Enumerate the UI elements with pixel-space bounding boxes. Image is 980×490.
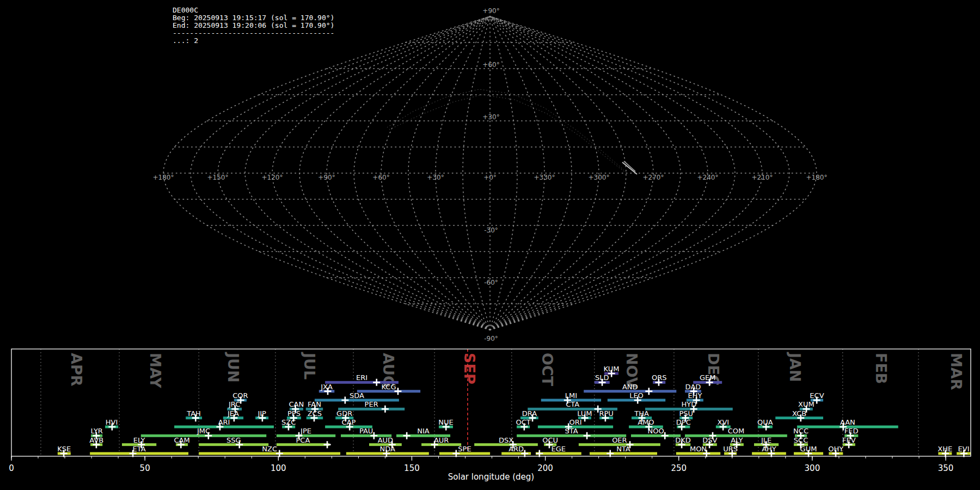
shower-code-label: CAP	[342, 418, 356, 426]
shower-code-label: GDR	[336, 409, 352, 418]
sky-longitude-label: +240°	[697, 174, 719, 181]
shower-code-label: MON	[690, 445, 707, 453]
shower-peak-marker	[645, 388, 652, 395]
shower-code-label: COM	[728, 427, 745, 435]
x-axis-tick-label: 200	[537, 463, 553, 473]
x-axis-tick-label: 100	[271, 463, 286, 473]
fov-band-curve	[387, 89, 626, 172]
sky-longitude-label: +270°	[643, 174, 664, 181]
sky-longitude-label: +60°	[372, 174, 389, 181]
shower-code-label: OER	[612, 436, 627, 444]
sky-latitude-label: +90°	[482, 7, 499, 15]
station-info: DE000C Beg: 20250913 19:15:17 (sol = 170…	[173, 7, 334, 45]
shower-code-label: URS	[723, 445, 738, 453]
sky-latitude-label: -30°	[484, 226, 498, 234]
shower-code-label: ELY	[133, 436, 145, 444]
month-label: MAY	[147, 353, 164, 388]
sky-latitude-label: +30°	[482, 113, 499, 121]
shower-peak-marker	[373, 379, 380, 386]
shower-code-label: PCA	[296, 436, 310, 444]
separator-line: --------------------------------------	[173, 29, 334, 37]
shower-code-label: SPE	[458, 445, 471, 453]
fov-band-curve	[389, 95, 626, 173]
shower-code-label: EGE	[552, 445, 566, 453]
sky-latitude-label: -60°	[484, 279, 498, 286]
shower-code-label: CTA	[566, 400, 579, 408]
shower-code-label: AAN	[840, 418, 855, 426]
month-label: JAN	[787, 352, 804, 382]
month-label: JUL	[301, 352, 318, 379]
sky-longitude-label: +180°	[806, 174, 828, 181]
sky-longitude-label: +150°	[207, 174, 229, 181]
month-label: OCT	[539, 353, 556, 387]
end-time: End: 20250913 19:20:06 (sol = 170.90°)	[173, 21, 334, 29]
shower-code-label: AND	[622, 383, 638, 391]
sky-longitude-label: +300°	[589, 174, 610, 181]
shower-code-label: NTA	[616, 445, 630, 453]
x-axis-tick-label: 350	[938, 463, 954, 473]
sky-longitude-label: +90°	[318, 174, 335, 181]
shower-code-label: QUA	[757, 418, 773, 426]
shower-code-label: JPE	[300, 427, 311, 435]
shower-code-label: PER	[365, 400, 378, 408]
detection-count: ...: 2	[173, 36, 198, 45]
shower-code-label: OCU	[542, 436, 558, 444]
meteor-trail	[622, 162, 637, 174]
shower-code-label: AUR	[434, 436, 449, 444]
shower-code-label: SDA	[350, 391, 364, 400]
shower-code-label: CAM	[174, 436, 189, 444]
shower-code-label: TAH	[186, 409, 201, 418]
station-id: DE000C	[173, 6, 198, 14]
shower-peak-marker	[341, 396, 348, 403]
shower-code-label: PAU	[359, 427, 373, 435]
shower-code-label: AHY	[762, 445, 776, 453]
x-axis-title: Solar longitude (deg)	[448, 472, 534, 482]
shower-code-label: DSX	[499, 436, 513, 444]
shower-code-label: DRA	[522, 409, 537, 418]
shower-code-label: AMO	[638, 418, 654, 426]
shower-code-label: NIA	[417, 427, 430, 435]
sky-latitude-label: -90°	[484, 335, 498, 342]
shower-code-label: ERI	[356, 373, 367, 382]
shower-code-label: EHY	[688, 391, 702, 400]
shower-code-label: GEM	[700, 373, 716, 382]
sky-grid-meridian	[490, 16, 599, 330]
shower-code-label: RPU	[599, 409, 613, 418]
shower-code-label: CAN	[289, 400, 304, 408]
month-label: JUN	[225, 352, 242, 383]
shower-code-label: NDA	[380, 445, 396, 453]
shower-code-label: JRC	[228, 400, 240, 408]
shower-code-label: AUD	[378, 436, 393, 444]
radiant-map-screen: +180°+150°+120°+90°+60°+30°+0°+330°+300°…	[0, 0, 980, 490]
sky-longitude-label: +30°	[427, 174, 444, 181]
sky-longitude-label: +0°	[483, 174, 497, 181]
shower-code-label: JXA	[320, 383, 333, 391]
activity-timeline: APRMAYJUNJULAUGSEPOCTNOVDECJANFEBMARKUME…	[0, 346, 980, 490]
shower-code-label: NZC	[262, 445, 277, 453]
shower-code-label: JEA	[227, 409, 239, 418]
month-label: MAR	[948, 353, 965, 390]
sky-longitude-label: +120°	[262, 174, 283, 181]
shower-code-label: LEO	[629, 391, 644, 400]
begin-time: Beg: 20250913 19:15:17 (sol = 170.90°)	[173, 14, 334, 22]
month-label: SEP	[461, 353, 478, 384]
sky-longitude-label: +210°	[752, 174, 773, 181]
shower-code-label: ARD	[509, 445, 524, 453]
shower-peak-marker	[403, 432, 411, 439]
x-axis-tick-label: 50	[140, 463, 150, 473]
sky-latitude-label: +60°	[482, 61, 499, 69]
shower-code-label: OCT	[516, 418, 530, 426]
shower-code-label: NOO	[647, 427, 664, 435]
shower-peak-marker	[584, 432, 591, 439]
shower-code-label: XCB	[792, 409, 806, 418]
month-label: APR	[68, 353, 85, 387]
shower-peak-marker	[324, 441, 331, 448]
shower-peak-marker	[382, 406, 389, 413]
shower-code-label: ORI	[569, 418, 581, 426]
shower-code-label: STA	[565, 427, 578, 435]
month-label: FEB	[873, 353, 890, 384]
x-axis-tick-label: 300	[805, 463, 820, 473]
sky-map: +180°+150°+120°+90°+60°+30°+0°+330°+300°…	[0, 0, 980, 346]
shower-code-label: DKD	[675, 436, 691, 444]
x-axis-tick-label: 0	[9, 463, 14, 473]
